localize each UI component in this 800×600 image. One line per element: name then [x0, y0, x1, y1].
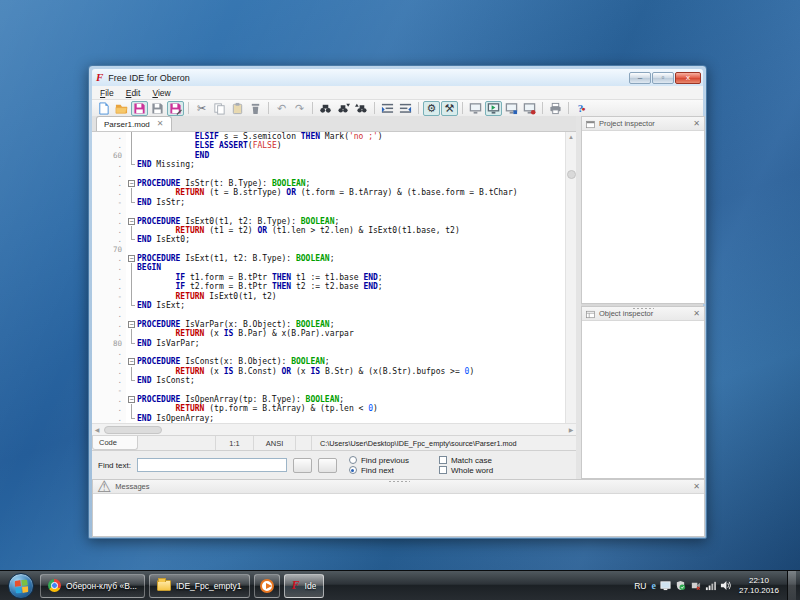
object-inspector-header[interactable]: Object inspector ✕ [582, 307, 704, 321]
code-line[interactable]: RETURN (tp.form = B.tArray) & (tp.len < … [137, 404, 576, 413]
language-indicator[interactable]: RU [634, 581, 646, 591]
shield-check-icon[interactable] [675, 580, 686, 591]
whole-word-option[interactable]: Whole word [439, 466, 493, 475]
code-line[interactable]: END [137, 151, 576, 160]
code-line[interactable]: ELSE ASSERT(FALSE) [137, 141, 576, 150]
find-input[interactable] [137, 458, 287, 472]
checkbox-whole-word[interactable] [439, 466, 447, 474]
code-line[interactable] [137, 207, 576, 216]
tools-wrench-icon[interactable]: ⚒ [441, 101, 458, 116]
splitter-grip[interactable] [632, 307, 654, 310]
horizontal-scroll-thumb[interactable] [104, 426, 162, 434]
code-line[interactable]: PROCEDURE IsOpenArray(tp: B.Type): BOOLE… [137, 395, 576, 404]
menu-edit[interactable]: Edit [121, 87, 146, 99]
open-folder-icon[interactable] [113, 101, 130, 116]
fold-marker[interactable]: − [126, 320, 137, 329]
volume-icon[interactable] [720, 580, 731, 591]
tab-parser1[interactable]: Parser1.mod ✕ [96, 116, 172, 131]
find-next-option[interactable]: Find next [349, 466, 409, 475]
unindent-icon[interactable] [397, 101, 414, 116]
delete-icon[interactable] [247, 101, 264, 116]
code-line[interactable]: PROCEDURE IsStr(t: B.Type): BOOLEAN; [137, 179, 576, 188]
code-line[interactable]: PROCEDURE IsConst(x: B.Object): BOOLEAN; [137, 357, 576, 366]
find-previous-option[interactable]: Find previous [349, 456, 409, 465]
code-area[interactable]: ELSIF s = S.semicolon THEN Mark('no ;') … [137, 132, 576, 423]
code-line[interactable]: RETURN IsExt0(t1, t2) [137, 292, 576, 301]
code-line[interactable]: RETURN (t = B.strType) OR (t.form = B.tA… [137, 188, 576, 197]
network-icon[interactable] [705, 580, 716, 591]
fold-marker[interactable]: − [126, 357, 137, 366]
radio-find-previous[interactable] [349, 456, 357, 464]
copy-icon[interactable] [211, 101, 228, 116]
settings-gear-icon[interactable]: ⚙ [423, 101, 440, 116]
save-icon[interactable] [131, 101, 148, 116]
code-line[interactable]: RETURN (t1 = t2) OR (t1.len > t2.len) & … [137, 226, 576, 235]
code-line[interactable] [137, 348, 576, 357]
print-icon[interactable] [547, 101, 564, 116]
titlebar[interactable]: F Free IDE for Oberon – ▫ x [92, 69, 703, 86]
code-line[interactable]: IF t1.form = B.tPtr THEN t1 := t1.base E… [137, 273, 576, 282]
code-line[interactable]: RETURN (x IS B.Const) OR (x IS B.Str) & … [137, 367, 576, 376]
code-line[interactable]: ELSIF s = S.semicolon THEN Mark('no ;') [137, 132, 576, 141]
run-screen-icon[interactable] [467, 101, 484, 116]
fold-marker[interactable]: − [126, 217, 137, 226]
step-screen-icon[interactable] [503, 101, 520, 116]
minimize-button[interactable]: – [629, 72, 651, 84]
code-line[interactable]: END IsVarPar; [137, 339, 576, 348]
code-line[interactable] [137, 386, 576, 395]
taskbar-item-fide[interactable]: FIde [284, 574, 325, 598]
fold-marker[interactable]: − [126, 395, 137, 404]
taskbar-item-folder[interactable]: IDE_Fpc_empty1 [149, 574, 250, 598]
device-eject-icon[interactable] [690, 580, 701, 591]
fold-marker[interactable]: − [126, 179, 137, 188]
code-line[interactable]: PROCEDURE IsVarPar(x: B.Object): BOOLEAN… [137, 320, 576, 329]
find-forward-button[interactable] [318, 458, 337, 473]
cut-icon[interactable]: ✂ [193, 101, 210, 116]
indent-icon[interactable] [379, 101, 396, 116]
undo-icon[interactable]: ↶ [273, 101, 290, 116]
start-button[interactable] [8, 573, 34, 599]
code-line[interactable]: PROCEDURE IsExt(t1, t2: B.Type): BOOLEAN… [137, 254, 576, 263]
code-line[interactable] [137, 170, 576, 179]
code-line[interactable] [137, 310, 576, 319]
status-mode[interactable]: Code [92, 436, 138, 450]
object-inspector-body[interactable] [582, 321, 704, 478]
radio-find-next[interactable] [349, 466, 357, 474]
messages-close-icon[interactable]: ✕ [693, 483, 700, 491]
project-inspector-close-icon[interactable]: ✕ [693, 120, 700, 128]
messages-splitter-grip[interactable] [388, 480, 410, 483]
close-button[interactable]: x [675, 72, 701, 84]
help-icon[interactable]: ?● [573, 101, 590, 116]
scroll-up-icon[interactable]: ▲ [566, 132, 576, 142]
paste-icon[interactable] [229, 101, 246, 116]
match-case-option[interactable]: Match case [439, 456, 493, 465]
code-line[interactable]: IF t2.form = B.tPtr THEN t2 := t2.base E… [137, 282, 576, 291]
editor-horizontal-scrollbar[interactable]: ◀ ▶ [92, 423, 576, 435]
code-line[interactable]: END IsExt0; [137, 235, 576, 244]
tab-close-icon[interactable]: ✕ [157, 120, 164, 128]
save-as-icon[interactable] [167, 101, 184, 116]
editor-vertical-scrollbar[interactable]: ▲ [565, 132, 576, 423]
project-inspector-body[interactable] [582, 131, 704, 303]
menu-file[interactable]: File [95, 87, 119, 99]
show-desktop-button[interactable] [787, 571, 796, 600]
messages-body[interactable] [93, 494, 704, 536]
run-screen-green-icon[interactable] [485, 101, 502, 116]
checkbox-match-case[interactable] [439, 456, 447, 464]
display-icon[interactable] [660, 580, 671, 591]
fold-marker[interactable]: − [126, 254, 137, 263]
fold-margin[interactable]: −−−−−− [126, 132, 137, 423]
code-line[interactable]: END Missing; [137, 160, 576, 169]
code-line[interactable]: END IsOpenArray; [137, 414, 576, 423]
new-file-icon[interactable] [95, 101, 112, 116]
project-inspector-header[interactable]: Project inspector ✕ [582, 117, 704, 131]
code-line[interactable]: BEGIN [137, 263, 576, 272]
code-line[interactable]: RETURN (x IS B.Par) & x(B.Par).varpar [137, 329, 576, 338]
redo-icon[interactable]: ↷ [291, 101, 308, 116]
code-line[interactable]: END IsExt; [137, 301, 576, 310]
stop-screen-icon[interactable] [521, 101, 538, 116]
scroll-left-icon[interactable]: ◀ [92, 424, 102, 436]
object-inspector-close-icon[interactable]: ✕ [693, 310, 700, 318]
taskbar-item-player[interactable] [254, 574, 280, 598]
taskbar-clock[interactable]: 22:10 27.10.2016 [739, 576, 779, 596]
